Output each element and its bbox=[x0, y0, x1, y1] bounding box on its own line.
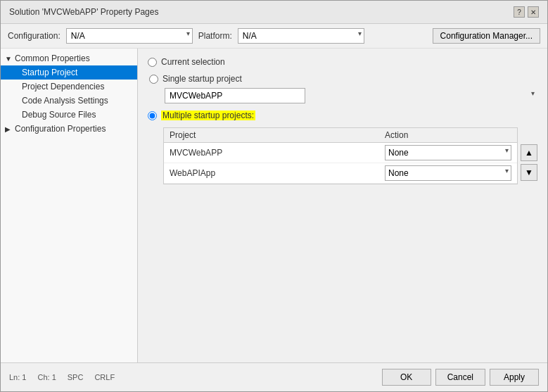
status-spc: SPC bbox=[68, 373, 84, 381]
footer-status: Ln: 1 Ch: 1 SPC CRLF bbox=[9, 373, 115, 381]
config-select-wrapper[interactable]: N/A bbox=[66, 28, 193, 44]
radio-single-startup[interactable]: Single startup project bbox=[149, 74, 537, 84]
single-project-select-wrapper[interactable]: MVCWebAPP bbox=[165, 88, 537, 103]
sidebar-item-project-dependencies[interactable]: Project Dependencies bbox=[1, 80, 137, 94]
dialog-title: Solution 'MVCWebAPP' Property Pages bbox=[9, 7, 158, 17]
radio-multiple-input[interactable] bbox=[148, 111, 157, 120]
status-crlf: CRLF bbox=[94, 373, 115, 381]
sidebar-item-startup-project[interactable]: Startup Project bbox=[1, 65, 137, 80]
close-button[interactable]: ✕ bbox=[528, 6, 539, 18]
col-project-header: Project bbox=[170, 130, 385, 140]
sidebar-item-common-properties[interactable]: ▼ Common Properties bbox=[1, 51, 137, 65]
sidebar-item-label: Code Analysis Settings bbox=[22, 96, 108, 106]
sidebar-item-label: Common Properties bbox=[15, 53, 90, 63]
sidebar-item-label: Configuration Properties bbox=[15, 124, 106, 134]
radio-multiple-startup[interactable]: Multiple startup projects: bbox=[148, 110, 537, 120]
sidebar-item-label: Debug Source Files bbox=[22, 110, 96, 120]
action-select-2[interactable]: None Start Start without debugging bbox=[385, 165, 511, 181]
project-name-1: MVCWebAPP bbox=[170, 148, 385, 158]
col-action-header: Action bbox=[385, 130, 511, 140]
move-down-button[interactable]: ▼ bbox=[521, 164, 537, 181]
radio-single-label: Single startup project bbox=[163, 74, 242, 84]
radio-current-input[interactable] bbox=[148, 58, 157, 67]
sidebar-item-label: Startup Project bbox=[22, 68, 77, 77]
ok-button[interactable]: OK bbox=[382, 369, 431, 386]
radio-current-selection[interactable]: Current selection bbox=[148, 57, 537, 67]
platform-select[interactable]: N/A bbox=[238, 28, 364, 44]
status-ln: Ln: 1 bbox=[9, 373, 26, 381]
action-select-1[interactable]: None Start Start without debugging bbox=[385, 145, 511, 160]
config-manager-button[interactable]: Configuration Manager... bbox=[433, 28, 540, 44]
sidebar: ▼ Common Properties Startup Project Proj… bbox=[1, 49, 138, 362]
projects-table: Project Action MVCWebAPP None Start Star… bbox=[163, 127, 518, 184]
cancel-button[interactable]: Cancel bbox=[435, 369, 485, 386]
radio-single-input[interactable] bbox=[149, 75, 158, 84]
sidebar-item-code-analysis[interactable]: Code Analysis Settings bbox=[1, 94, 137, 108]
config-bar: Configuration: N/A Platform: N/A Configu… bbox=[1, 24, 547, 49]
main-area: ▼ Common Properties Startup Project Proj… bbox=[1, 49, 547, 362]
single-project-select[interactable]: MVCWebAPP bbox=[165, 88, 305, 103]
expand-icon: ▼ bbox=[5, 55, 12, 63]
sidebar-item-label: Project Dependencies bbox=[22, 82, 104, 91]
title-bar-controls: ? ✕ bbox=[514, 6, 539, 18]
action-select-wrapper-1[interactable]: None Start Start without debugging bbox=[385, 145, 511, 160]
apply-button[interactable]: Apply bbox=[490, 369, 539, 386]
sidebar-item-debug-source[interactable]: Debug Source Files bbox=[1, 108, 137, 122]
radio-multiple-label: Multiple startup projects: bbox=[161, 110, 255, 120]
help-button[interactable]: ? bbox=[514, 6, 525, 18]
action-select-wrapper-2[interactable]: None Start Start without debugging bbox=[385, 165, 511, 181]
footer: Ln: 1 Ch: 1 SPC CRLF OK Cancel Apply bbox=[1, 362, 547, 391]
radio-current-label: Current selection bbox=[161, 57, 225, 67]
platform-select-wrapper[interactable]: N/A bbox=[238, 28, 364, 44]
table-body: MVCWebAPP None Start Start without debug… bbox=[164, 143, 517, 184]
table-row[interactable]: WebAPIApp None Start Start without debug… bbox=[164, 163, 517, 184]
multiple-group: Project Action MVCWebAPP None Start Star… bbox=[148, 127, 537, 184]
single-startup-group: Single startup project MVCWebAPP bbox=[149, 74, 537, 103]
multiple-startup-highlight: Multiple startup projects: bbox=[161, 110, 255, 120]
platform-label: Platform: bbox=[198, 31, 232, 41]
title-bar: Solution 'MVCWebAPP' Property Pages ? ✕ bbox=[1, 1, 547, 24]
content-area: Current selection Single startup project… bbox=[138, 49, 547, 362]
table-header: Project Action bbox=[164, 128, 517, 143]
move-up-button[interactable]: ▲ bbox=[521, 144, 537, 161]
expand-icon: ▶ bbox=[5, 125, 12, 133]
config-label: Configuration: bbox=[8, 31, 60, 41]
table-row[interactable]: MVCWebAPP None Start Start without debug… bbox=[164, 143, 517, 163]
status-ch: Ch: 1 bbox=[37, 373, 56, 381]
config-select[interactable]: N/A bbox=[66, 28, 193, 44]
side-buttons: ▲ ▼ bbox=[521, 144, 537, 181]
sidebar-item-configuration-properties[interactable]: ▶ Configuration Properties bbox=[1, 122, 137, 136]
project-name-2: WebAPIApp bbox=[170, 168, 385, 178]
dialog: Solution 'MVCWebAPP' Property Pages ? ✕ … bbox=[0, 0, 548, 392]
